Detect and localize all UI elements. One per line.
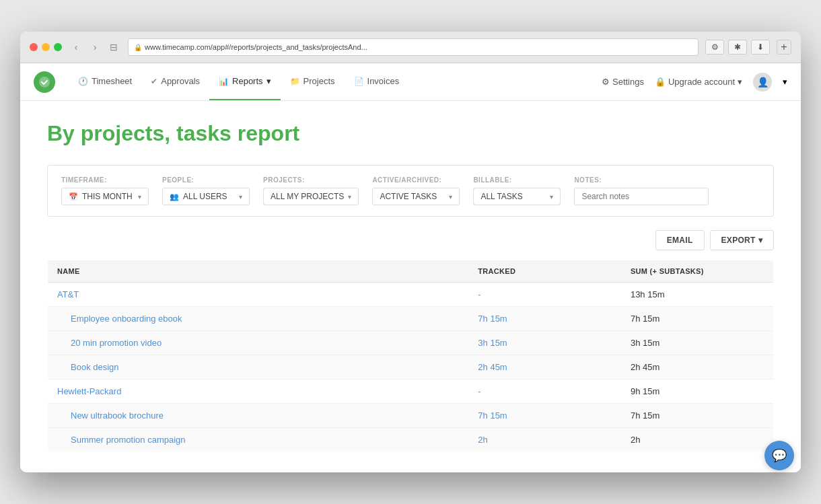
- upgrade-lock-icon: 🔒: [655, 77, 666, 87]
- page-title: By projects, tasks report: [47, 121, 774, 146]
- table-row: Employee onboarding ebook 7h 15m 7h 15m: [48, 307, 774, 331]
- task-name-link[interactable]: Summer promotion campaign: [57, 435, 459, 445]
- tracked-value[interactable]: 2h 45m: [478, 362, 507, 372]
- nav-reports[interactable]: 📊 Reports ▾: [209, 63, 281, 100]
- col-name-header: NAME: [48, 260, 469, 283]
- tracked-dash: -: [478, 386, 480, 396]
- export-button[interactable]: EXPORT ▾: [710, 230, 774, 250]
- upgrade-arrow-icon: ▾: [738, 77, 742, 87]
- tracked-value[interactable]: 7h 15m: [478, 314, 507, 324]
- row-sum-cell: 2h: [621, 428, 774, 452]
- task-name-link[interactable]: Book design: [57, 362, 459, 372]
- row-name-cell: 20 min promotion video: [48, 331, 469, 355]
- people-icon: 👥: [170, 192, 179, 201]
- email-button[interactable]: EMAIL: [655, 230, 705, 250]
- row-name-cell: AT&T: [48, 283, 469, 307]
- table-row: 20 min promotion video 3h 15m 3h 15m: [48, 331, 774, 355]
- notes-input[interactable]: [574, 188, 709, 205]
- settings-label: Settings: [612, 77, 644, 87]
- projects-arrow-icon: ▾: [348, 193, 351, 201]
- nav-right: ⚙ Settings 🔒 Upgrade account ▾ 👤 ▾: [602, 73, 787, 92]
- nav-timesheet[interactable]: 🕐 Timesheet: [69, 63, 141, 100]
- row-tracked-cell: 3h 15m: [468, 331, 621, 355]
- row-tracked-cell: -: [468, 380, 621, 404]
- extension-button-3[interactable]: ⬇: [751, 40, 770, 55]
- people-filter-group: PEOPLE: 👥 ALL USERS ▾: [162, 176, 250, 205]
- row-name-cell: Employee onboarding ebook: [48, 307, 469, 331]
- upgrade-label: Upgrade account: [668, 77, 735, 87]
- task-name-link[interactable]: Employee onboarding ebook: [57, 314, 459, 324]
- active-archived-label: ACTIVE/ARCHIVED:: [372, 176, 460, 184]
- col-tracked-header: TRACKED: [468, 260, 621, 283]
- settings-link[interactable]: ⚙ Settings: [602, 77, 644, 87]
- tracked-value[interactable]: 2h: [478, 435, 487, 445]
- tracked-value[interactable]: 7h 15m: [478, 410, 507, 421]
- projects-select[interactable]: ALL MY PROJECTS ▾: [263, 188, 359, 205]
- reports-icon: 📊: [219, 77, 229, 86]
- reports-arrow-icon: ▾: [266, 76, 271, 86]
- nav-projects[interactable]: 📁 Projects: [281, 63, 345, 100]
- back-button[interactable]: ‹: [69, 40, 83, 55]
- minimize-button[interactable]: [42, 43, 50, 51]
- projects-label: Projects: [304, 76, 335, 86]
- row-tracked-cell: -: [468, 283, 621, 307]
- row-name-cell: Book design: [48, 355, 469, 380]
- user-dropdown-arrow: ▾: [783, 77, 787, 87]
- nav-items: 🕐 Timesheet ✔ Approvals 📊 Reports ▾ 📁 Pr…: [69, 63, 602, 100]
- timeframe-filter-group: TIMEFRAME: 📅 THIS MONTH ▾: [61, 176, 149, 205]
- people-arrow-icon: ▾: [239, 193, 242, 201]
- active-archived-value: ACTIVE TASKS: [380, 192, 437, 201]
- table-row: Summer promotion campaign 2h 2h: [48, 428, 774, 452]
- active-archived-arrow-icon: ▾: [449, 193, 452, 201]
- browser-titlebar: ‹ › ⊟ 🔒 www.timecamp.com/app#/reports/pr…: [20, 32, 801, 63]
- arrange-button[interactable]: ⊟: [106, 40, 121, 55]
- billable-label: BILLABLE:: [473, 176, 561, 184]
- task-name-link[interactable]: New ultrabook brochure: [57, 410, 459, 421]
- project-name-link[interactable]: AT&T: [57, 289, 79, 299]
- logo-icon: [34, 71, 55, 93]
- extension-button-1[interactable]: ⚙: [705, 40, 724, 55]
- actions-row: EMAIL EXPORT ▾: [47, 230, 774, 250]
- row-name-cell: New ultrabook brochure: [48, 404, 469, 428]
- user-avatar[interactable]: 👤: [753, 73, 772, 92]
- forward-button[interactable]: ›: [87, 40, 102, 55]
- row-tracked-cell: 2h 45m: [468, 355, 621, 380]
- people-select[interactable]: 👥 ALL USERS ▾: [162, 188, 250, 205]
- table-row: Hewlett-Packard - 9h 15m: [48, 380, 774, 404]
- active-archived-filter-group: ACTIVE/ARCHIVED: ACTIVE TASKS ▾: [372, 176, 460, 205]
- report-table: NAME TRACKED SUM (+ SUBTASKS) AT&T - 13h…: [47, 260, 774, 452]
- timeframe-select[interactable]: 📅 THIS MONTH ▾: [61, 188, 149, 205]
- table-row: New ultrabook brochure 7h 15m 7h 15m: [48, 404, 774, 428]
- extension-button-2[interactable]: ✱: [728, 40, 747, 55]
- window-controls: [30, 43, 62, 51]
- add-tab-button[interactable]: +: [777, 40, 791, 55]
- approvals-icon: ✔: [151, 77, 157, 86]
- close-button[interactable]: [30, 43, 38, 51]
- nav-approvals[interactable]: ✔ Approvals: [141, 63, 209, 100]
- export-arrow-icon: ▾: [758, 236, 762, 245]
- people-label: PEOPLE:: [162, 176, 250, 184]
- upgrade-button[interactable]: 🔒 Upgrade account ▾: [655, 77, 742, 87]
- svg-point-0: [39, 77, 50, 87]
- active-archived-select[interactable]: ACTIVE TASKS ▾: [372, 188, 460, 205]
- logo-area: [34, 71, 55, 93]
- table-header-row: NAME TRACKED SUM (+ SUBTASKS): [48, 260, 774, 283]
- timeframe-label: TIMEFRAME:: [61, 176, 149, 184]
- row-name-cell: Summer promotion campaign: [48, 428, 469, 452]
- timesheet-label: Timesheet: [92, 76, 132, 86]
- tracked-value[interactable]: 3h 15m: [478, 338, 507, 348]
- lock-icon: 🔒: [134, 44, 142, 51]
- timeframe-value: THIS MONTH: [82, 192, 133, 201]
- project-name-link[interactable]: Hewlett-Packard: [57, 386, 121, 396]
- row-tracked-cell: 7h 15m: [468, 404, 621, 428]
- task-name-link[interactable]: 20 min promotion video: [57, 338, 459, 348]
- table-row: Book design 2h 45m 2h 45m: [48, 355, 774, 380]
- nav-invoices[interactable]: 📄 Invoices: [345, 63, 409, 100]
- billable-select[interactable]: ALL TASKS ▾: [473, 188, 561, 205]
- settings-gear-icon: ⚙: [602, 77, 610, 87]
- tracked-dash: -: [478, 289, 480, 299]
- chat-button[interactable]: 💬: [764, 441, 794, 470]
- row-tracked-cell: 2h: [468, 428, 621, 452]
- address-bar[interactable]: 🔒 www.timecamp.com/app#/reports/projects…: [128, 38, 699, 56]
- maximize-button[interactable]: [54, 43, 62, 51]
